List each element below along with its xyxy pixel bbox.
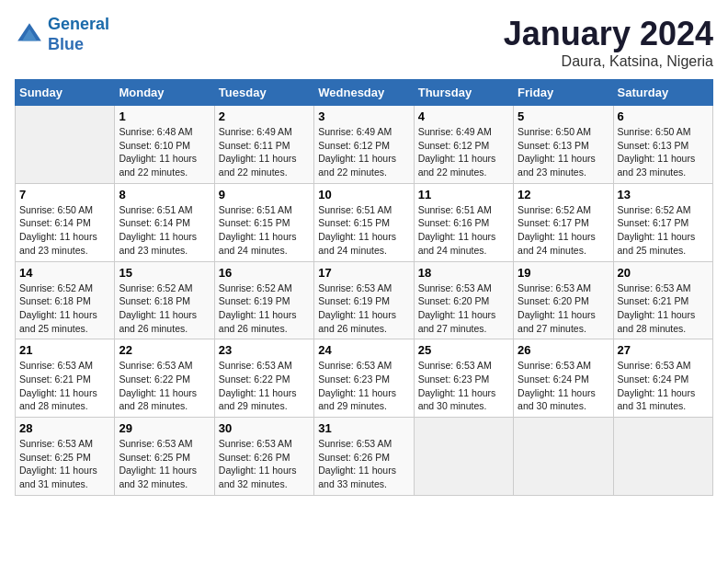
calendar-cell: 27 Sunrise: 6:53 AMSunset: 6:24 PMDaylig… xyxy=(613,339,712,418)
calendar-body: 1 Sunrise: 6:48 AMSunset: 6:10 PMDayligh… xyxy=(16,106,713,496)
day-header-tuesday: Tuesday xyxy=(214,80,313,106)
day-number: 4 xyxy=(418,109,509,123)
day-number: 2 xyxy=(219,109,310,123)
day-info: Sunrise: 6:50 AMSunset: 6:14 PMDaylight:… xyxy=(19,203,110,258)
calendar-cell: 9 Sunrise: 6:51 AMSunset: 6:15 PMDayligh… xyxy=(214,183,313,261)
day-info: Sunrise: 6:52 AMSunset: 6:17 PMDaylight:… xyxy=(618,203,709,258)
calendar-cell: 22 Sunrise: 6:53 AMSunset: 6:22 PMDaylig… xyxy=(115,339,214,418)
logo-icon xyxy=(15,20,44,50)
calendar-cell: 31 Sunrise: 6:53 AMSunset: 6:26 PMDaylig… xyxy=(314,418,414,496)
day-header-sunday: Sunday xyxy=(16,80,115,106)
calendar-cell: 30 Sunrise: 6:53 AMSunset: 6:26 PMDaylig… xyxy=(214,418,313,496)
day-info: Sunrise: 6:53 AMSunset: 6:19 PMDaylight:… xyxy=(318,282,409,336)
day-info: Sunrise: 6:50 AMSunset: 6:13 PMDaylight:… xyxy=(518,125,609,179)
day-number: 20 xyxy=(618,266,709,280)
day-number: 21 xyxy=(19,343,110,357)
day-info: Sunrise: 6:53 AMSunset: 6:20 PMDaylight:… xyxy=(518,282,609,336)
day-number: 9 xyxy=(219,188,310,201)
day-info: Sunrise: 6:50 AMSunset: 6:13 PMDaylight:… xyxy=(618,125,709,179)
day-info: Sunrise: 6:53 AMSunset: 6:24 PMDaylight:… xyxy=(618,359,709,413)
day-info: Sunrise: 6:53 AMSunset: 6:20 PMDaylight:… xyxy=(418,282,509,336)
day-info: Sunrise: 6:53 AMSunset: 6:21 PMDaylight:… xyxy=(618,282,709,336)
day-number: 8 xyxy=(119,188,210,201)
calendar-cell: 24 Sunrise: 6:53 AMSunset: 6:23 PMDaylig… xyxy=(314,339,414,418)
day-info: Sunrise: 6:49 AMSunset: 6:12 PMDaylight:… xyxy=(418,125,509,179)
day-number: 26 xyxy=(518,343,609,357)
title-block: January 2024 Daura, Katsina, Nigeria xyxy=(504,15,713,70)
calendar-cell: 6 Sunrise: 6:50 AMSunset: 6:13 PMDayligh… xyxy=(613,106,712,184)
day-info: Sunrise: 6:52 AMSunset: 6:19 PMDaylight:… xyxy=(219,282,310,336)
day-number: 14 xyxy=(19,266,110,280)
day-info: Sunrise: 6:53 AMSunset: 6:22 PMDaylight:… xyxy=(119,359,210,413)
day-number: 17 xyxy=(318,266,409,280)
calendar-title: January 2024 xyxy=(504,15,713,53)
calendar-week-2: 7 Sunrise: 6:50 AMSunset: 6:14 PMDayligh… xyxy=(16,183,713,261)
day-info: Sunrise: 6:53 AMSunset: 6:25 PMDaylight:… xyxy=(119,437,210,491)
page-header: General Blue January 2024 Daura, Katsina… xyxy=(15,15,713,70)
day-info: Sunrise: 6:51 AMSunset: 6:16 PMDaylight:… xyxy=(418,203,509,258)
day-info: Sunrise: 6:52 AMSunset: 6:18 PMDaylight:… xyxy=(19,282,110,336)
logo: General Blue xyxy=(15,15,109,54)
calendar-cell: 28 Sunrise: 6:53 AMSunset: 6:25 PMDaylig… xyxy=(16,418,115,496)
day-number: 7 xyxy=(19,188,110,201)
day-number: 1 xyxy=(119,109,210,123)
logo-text: General Blue xyxy=(48,15,109,54)
day-number: 19 xyxy=(518,266,609,280)
day-number: 18 xyxy=(418,266,509,280)
calendar-cell: 11 Sunrise: 6:51 AMSunset: 6:16 PMDaylig… xyxy=(414,183,513,261)
calendar-cell: 3 Sunrise: 6:49 AMSunset: 6:12 PMDayligh… xyxy=(314,106,414,184)
calendar-cell: 20 Sunrise: 6:53 AMSunset: 6:21 PMDaylig… xyxy=(613,261,712,339)
calendar-cell xyxy=(514,418,613,496)
day-info: Sunrise: 6:53 AMSunset: 6:24 PMDaylight:… xyxy=(518,359,609,413)
day-number: 23 xyxy=(219,343,310,357)
day-number: 31 xyxy=(318,421,409,435)
calendar-cell: 10 Sunrise: 6:51 AMSunset: 6:15 PMDaylig… xyxy=(314,183,414,261)
calendar-cell: 19 Sunrise: 6:53 AMSunset: 6:20 PMDaylig… xyxy=(514,261,613,339)
day-number: 15 xyxy=(119,266,210,280)
day-number: 12 xyxy=(518,188,609,201)
day-number: 5 xyxy=(518,109,609,123)
day-info: Sunrise: 6:53 AMSunset: 6:22 PMDaylight:… xyxy=(219,359,310,413)
day-info: Sunrise: 6:51 AMSunset: 6:15 PMDaylight:… xyxy=(318,203,409,258)
day-info: Sunrise: 6:49 AMSunset: 6:11 PMDaylight:… xyxy=(219,125,310,179)
day-number: 29 xyxy=(119,421,210,435)
day-header-wednesday: Wednesday xyxy=(314,80,414,106)
calendar-week-5: 28 Sunrise: 6:53 AMSunset: 6:25 PMDaylig… xyxy=(16,418,713,496)
calendar-cell: 1 Sunrise: 6:48 AMSunset: 6:10 PMDayligh… xyxy=(115,106,214,184)
day-number: 11 xyxy=(418,188,509,201)
calendar-cell: 17 Sunrise: 6:53 AMSunset: 6:19 PMDaylig… xyxy=(314,261,414,339)
day-info: Sunrise: 6:53 AMSunset: 6:25 PMDaylight:… xyxy=(19,437,110,491)
calendar-cell: 8 Sunrise: 6:51 AMSunset: 6:14 PMDayligh… xyxy=(115,183,214,261)
calendar-cell: 12 Sunrise: 6:52 AMSunset: 6:17 PMDaylig… xyxy=(514,183,613,261)
calendar-cell: 18 Sunrise: 6:53 AMSunset: 6:20 PMDaylig… xyxy=(414,261,513,339)
day-number: 28 xyxy=(19,421,110,435)
calendar-cell: 21 Sunrise: 6:53 AMSunset: 6:21 PMDaylig… xyxy=(16,339,115,418)
calendar-cell xyxy=(414,418,513,496)
day-number: 10 xyxy=(318,188,409,201)
day-info: Sunrise: 6:53 AMSunset: 6:26 PMDaylight:… xyxy=(318,437,409,491)
day-number: 13 xyxy=(618,188,709,201)
calendar-subtitle: Daura, Katsina, Nigeria xyxy=(504,53,713,70)
calendar-cell: 29 Sunrise: 6:53 AMSunset: 6:25 PMDaylig… xyxy=(115,418,214,496)
day-number: 30 xyxy=(219,421,310,435)
day-header-friday: Friday xyxy=(514,80,613,106)
calendar-week-3: 14 Sunrise: 6:52 AMSunset: 6:18 PMDaylig… xyxy=(16,261,713,339)
calendar-cell: 25 Sunrise: 6:53 AMSunset: 6:23 PMDaylig… xyxy=(414,339,513,418)
calendar-cell: 2 Sunrise: 6:49 AMSunset: 6:11 PMDayligh… xyxy=(214,106,313,184)
calendar-cell: 5 Sunrise: 6:50 AMSunset: 6:13 PMDayligh… xyxy=(514,106,613,184)
day-info: Sunrise: 6:51 AMSunset: 6:15 PMDaylight:… xyxy=(219,203,310,258)
calendar-header-row: SundayMondayTuesdayWednesdayThursdayFrid… xyxy=(16,80,713,106)
calendar-cell xyxy=(613,418,712,496)
calendar-cell: 23 Sunrise: 6:53 AMSunset: 6:22 PMDaylig… xyxy=(214,339,313,418)
day-number: 22 xyxy=(119,343,210,357)
day-info: Sunrise: 6:51 AMSunset: 6:14 PMDaylight:… xyxy=(119,203,210,258)
day-number: 16 xyxy=(219,266,310,280)
day-header-monday: Monday xyxy=(115,80,214,106)
day-number: 24 xyxy=(318,343,409,357)
calendar-week-4: 21 Sunrise: 6:53 AMSunset: 6:21 PMDaylig… xyxy=(16,339,713,418)
day-info: Sunrise: 6:52 AMSunset: 6:18 PMDaylight:… xyxy=(119,282,210,336)
calendar-cell: 26 Sunrise: 6:53 AMSunset: 6:24 PMDaylig… xyxy=(514,339,613,418)
calendar-cell: 7 Sunrise: 6:50 AMSunset: 6:14 PMDayligh… xyxy=(16,183,115,261)
calendar-week-1: 1 Sunrise: 6:48 AMSunset: 6:10 PMDayligh… xyxy=(16,106,713,184)
day-info: Sunrise: 6:48 AMSunset: 6:10 PMDaylight:… xyxy=(119,125,210,179)
